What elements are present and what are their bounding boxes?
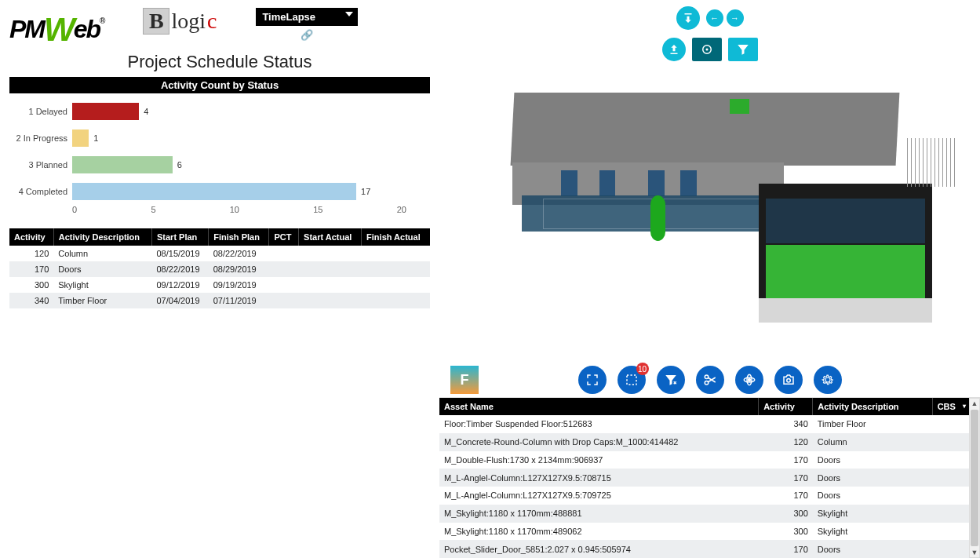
table-row[interactable]: Pocket_Slider_Door_5851:2.027 x 0.945:50… xyxy=(439,540,969,558)
table-cell: 300 xyxy=(9,277,53,293)
table-cell xyxy=(362,246,430,261)
table-cell xyxy=(299,277,362,293)
link-icon[interactable]: 🔗 xyxy=(256,29,358,41)
table-row[interactable]: 340Timber Floor07/04/201907/11/2019 xyxy=(9,293,430,308)
table-row[interactable]: 120Column08/15/201908/22/2019 xyxy=(9,246,430,261)
table-row[interactable]: M_Skylight:1180 x 1170mm:488881300Skylig… xyxy=(439,505,969,523)
table-cell: M_L-Anglel-Column:L127X127X9.5:709725 xyxy=(439,487,759,505)
table-cell xyxy=(299,246,362,261)
table-cell: Doors xyxy=(813,540,932,558)
chart-bar[interactable]: 17 xyxy=(72,183,406,200)
table-row[interactable]: M_L-Anglel-Column:L127X127X9.5:708715170… xyxy=(439,469,969,487)
asset-scrollbar[interactable]: ▲ ▼ xyxy=(969,398,980,558)
chart-category-label: 3 Planned xyxy=(9,156,72,173)
table-row[interactable]: M_L-Anglel-Column:L127X127X9.5:709725170… xyxy=(439,487,969,505)
table-cell xyxy=(932,415,969,433)
snapshot-button[interactable] xyxy=(774,366,803,394)
table-cell xyxy=(362,293,430,308)
table-cell: 120 xyxy=(9,246,53,261)
table-cell: Doors xyxy=(813,487,932,505)
table-cell: 170 xyxy=(759,469,813,487)
fit-view-button[interactable] xyxy=(578,366,607,394)
asset-table-header[interactable]: Activity xyxy=(759,398,813,415)
nav-right-button[interactable]: → xyxy=(727,9,744,27)
selection-badge: 10 xyxy=(636,363,649,375)
activity-table-header[interactable]: Finish Plan xyxy=(209,228,269,246)
table-cell xyxy=(362,261,430,277)
viewer-bottom-toolbar: F 10 xyxy=(439,366,980,394)
table-row[interactable]: M_Skylight:1180 x 1170mm:489062300Skylig… xyxy=(439,523,969,541)
timelapse-label: TimeLapse xyxy=(262,11,315,23)
chart-value-label: 17 xyxy=(361,187,370,196)
table-cell: 170 xyxy=(9,261,53,277)
three-d-viewer[interactable]: ← → xyxy=(439,0,980,397)
marquee-icon xyxy=(625,373,639,387)
table-cell: 120 xyxy=(759,433,813,451)
camera-icon xyxy=(781,373,796,387)
scroll-up-icon[interactable]: ▲ xyxy=(971,399,978,407)
asset-panel: Asset NameActivityActivity DescriptionCB… xyxy=(439,397,980,558)
chart-bar[interactable]: 6 xyxy=(72,156,406,173)
asset-table-header[interactable]: Activity Description xyxy=(813,398,932,415)
viewer-top-toolbar: ← → xyxy=(676,6,744,30)
table-cell: Doors xyxy=(813,469,932,487)
axis-tick: 0 xyxy=(72,205,77,214)
chart-category-label: 1 Delayed xyxy=(9,103,72,120)
selection-button[interactable]: 10 xyxy=(618,366,646,394)
gear-icon xyxy=(821,373,835,387)
pmweb-logo: PMWeb® xyxy=(9,8,104,46)
table-row[interactable]: M_Concrete-Round-Column with Drop Caps:M… xyxy=(439,433,969,451)
activity-table-header[interactable]: Start Plan xyxy=(151,228,208,246)
table-cell: Timber Floor xyxy=(53,293,151,308)
scroll-thumb[interactable] xyxy=(971,410,978,546)
chart-bar[interactable]: 4 xyxy=(72,103,406,120)
activity-table-header[interactable]: Activity xyxy=(9,228,53,246)
table-cell: Pocket_Slider_Door_5851:2.027 x 0.945:50… xyxy=(439,540,759,558)
activity-table-header[interactable]: Start Actual xyxy=(299,228,362,246)
filter-button[interactable] xyxy=(728,38,758,61)
chart-category-label: 4 Completed xyxy=(9,183,72,200)
table-cell: 08/22/2019 xyxy=(209,246,269,261)
sort-icon: ▾ xyxy=(963,403,966,410)
target-button[interactable] xyxy=(692,38,722,61)
table-cell: M_Skylight:1180 x 1170mm:488881 xyxy=(439,505,759,523)
table-cell: M_Double-Flush:1730 x 2134mm:906937 xyxy=(439,451,759,469)
axis-tick: 5 xyxy=(151,205,155,214)
scroll-down-icon[interactable]: ▼ xyxy=(971,549,978,556)
explode-button[interactable] xyxy=(735,366,763,394)
asset-table-header[interactable]: CBS▾ xyxy=(932,398,969,415)
table-cell: 07/11/2019 xyxy=(209,293,269,308)
timelapse-dropdown[interactable]: TimeLapse xyxy=(256,8,358,26)
table-cell: 300 xyxy=(759,505,813,523)
collapse-up-button[interactable] xyxy=(662,38,686,61)
funnel-x-icon xyxy=(664,373,678,387)
table-cell: Doors xyxy=(53,261,151,277)
table-cell: M_L-Anglel-Column:L127X127X9.5:708715 xyxy=(439,469,759,487)
clear-filter-button[interactable] xyxy=(657,366,685,394)
activity-table-header[interactable]: Activity Description xyxy=(53,228,151,246)
activity-status-chart: 1 Delayed2 In Progress3 Planned4 Complet… xyxy=(9,103,430,200)
collapse-down-button[interactable] xyxy=(676,6,700,30)
section-button[interactable] xyxy=(696,366,724,394)
asset-table-header[interactable]: Asset Name xyxy=(439,398,759,415)
table-cell xyxy=(362,277,430,293)
forge-button[interactable]: F xyxy=(450,366,479,394)
table-cell xyxy=(932,523,969,541)
table-cell: Column xyxy=(813,433,932,451)
activity-table-header[interactable]: PCT xyxy=(269,228,299,246)
table-row[interactable]: Floor:Timber Suspended Floor:512683340Ti… xyxy=(439,415,969,433)
table-row[interactable]: 170Doors08/22/201908/29/2019 xyxy=(9,261,430,277)
chart-value-label: 4 xyxy=(144,107,148,116)
table-cell xyxy=(932,451,969,469)
svg-point-5 xyxy=(747,378,751,382)
table-row[interactable]: M_Double-Flush:1730 x 2134mm:906937170Do… xyxy=(439,451,969,469)
activity-table-header[interactable]: Finish Actual xyxy=(362,228,430,246)
chart-x-axis: 05101520 xyxy=(72,205,430,214)
chart-bar[interactable]: 1 xyxy=(72,129,406,147)
building-model[interactable] xyxy=(463,47,956,350)
activity-table: ActivityActivity DescriptionStart PlanFi… xyxy=(9,228,430,308)
nav-left-button[interactable]: ← xyxy=(706,9,723,27)
axis-tick: 20 xyxy=(397,205,406,214)
settings-button[interactable] xyxy=(814,366,842,394)
table-row[interactable]: 300Skylight09/12/201909/19/2019 xyxy=(9,277,430,293)
